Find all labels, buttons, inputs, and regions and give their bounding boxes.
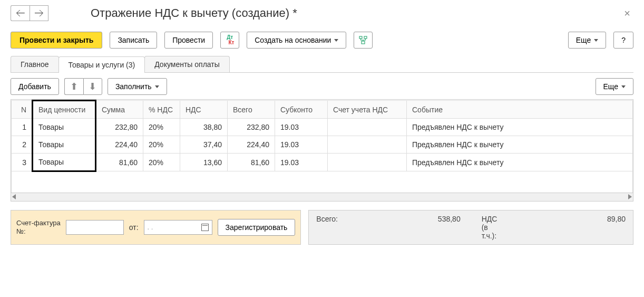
vat-label: НДС (в т.ч.): <box>482 215 497 240</box>
create-based-on-button[interactable]: Создать на основании <box>247 32 346 49</box>
col-n[interactable]: N <box>12 101 33 119</box>
horizontal-scrollbar[interactable] <box>11 193 633 201</box>
chevron-down-icon <box>621 85 626 88</box>
col-event[interactable]: Событие <box>407 101 633 119</box>
scroll-left-icon <box>12 194 16 199</box>
add-button[interactable]: Добавить <box>11 78 59 95</box>
invoice-number-input[interactable] <box>66 220 124 235</box>
dtkt-icon: Дт Кт <box>226 35 235 45</box>
nav-forward-button[interactable]: 🡢 <box>30 5 48 21</box>
chevron-down-icon <box>155 85 159 88</box>
more-button[interactable]: Еще <box>568 32 607 49</box>
page-title: Отражение НДС к вычету (создание) * <box>91 6 297 20</box>
table-empty-area <box>12 171 633 193</box>
save-button[interactable]: Записать <box>110 32 157 49</box>
totals-panel: Всего: 538,80 НДС (в т.ч.): 89,80 <box>308 210 633 245</box>
chevron-down-icon <box>594 39 598 42</box>
tab-main[interactable]: Главное <box>11 56 59 72</box>
help-button[interactable]: ? <box>613 32 633 49</box>
tab-goods[interactable]: Товары и услуги (3) <box>58 56 145 73</box>
structure-button[interactable] <box>354 32 373 49</box>
vat-value: 89,80 <box>607 215 626 223</box>
col-vat[interactable]: НДС <box>180 101 228 119</box>
col-pct[interactable]: % НДС <box>143 101 180 119</box>
post-and-close-button[interactable]: Провести и закрыть <box>11 32 102 49</box>
table-row[interactable]: 3 Товары 81,60 20% 13,60 81,60 19.03 Пре… <box>12 154 633 171</box>
col-sum[interactable]: Сумма <box>96 101 143 119</box>
nav-back-button[interactable]: 🡠 <box>11 5 30 21</box>
table-row[interactable]: 1 Товары 232,80 20% 38,80 232,80 19.03 П… <box>12 119 633 136</box>
invoice-from-label: от: <box>129 223 139 232</box>
svg-rect-1 <box>364 36 367 39</box>
col-acct[interactable]: Счет учета НДС <box>328 101 407 119</box>
svg-rect-0 <box>359 36 362 39</box>
fill-button[interactable]: Заполнить <box>108 78 167 95</box>
table-row[interactable]: 2 Товары 224,40 20% 37,40 224,40 19.03 П… <box>12 136 633 154</box>
chevron-down-icon <box>334 39 338 42</box>
col-total[interactable]: Всего <box>228 101 275 119</box>
invoice-date-input[interactable]: . . <box>144 220 212 235</box>
svg-rect-2 <box>362 41 365 44</box>
invoice-panel: Счет-фактура №: от: . . Зарегистрировать <box>11 210 301 245</box>
move-down-button[interactable]: ⬇ <box>83 78 102 95</box>
invoice-number-label: Счет-фактура №: <box>16 219 61 235</box>
tab-payments[interactable]: Документы оплаты <box>144 56 230 72</box>
dtkt-button[interactable]: Дт Кт <box>220 32 239 49</box>
hierarchy-icon <box>358 35 368 45</box>
total-value: 538,80 <box>438 215 461 223</box>
total-label: Всего: <box>316 215 338 223</box>
post-button[interactable]: Провести <box>164 32 213 49</box>
col-type[interactable]: Вид ценности <box>33 101 96 119</box>
table-more-button[interactable]: Еще <box>596 78 634 95</box>
col-sub[interactable]: Субконто <box>275 101 328 119</box>
scroll-right-icon <box>628 194 632 199</box>
close-icon[interactable]: × <box>621 7 633 20</box>
table-header-row: N Вид ценности Сумма % НДС НДС Всего Суб… <box>12 101 633 119</box>
move-up-button[interactable]: ⬆ <box>64 78 83 95</box>
calendar-icon[interactable] <box>201 224 209 231</box>
register-button[interactable]: Зарегистрировать <box>218 219 296 236</box>
goods-table: N Вид ценности Сумма % НДС НДС Всего Суб… <box>11 99 633 202</box>
